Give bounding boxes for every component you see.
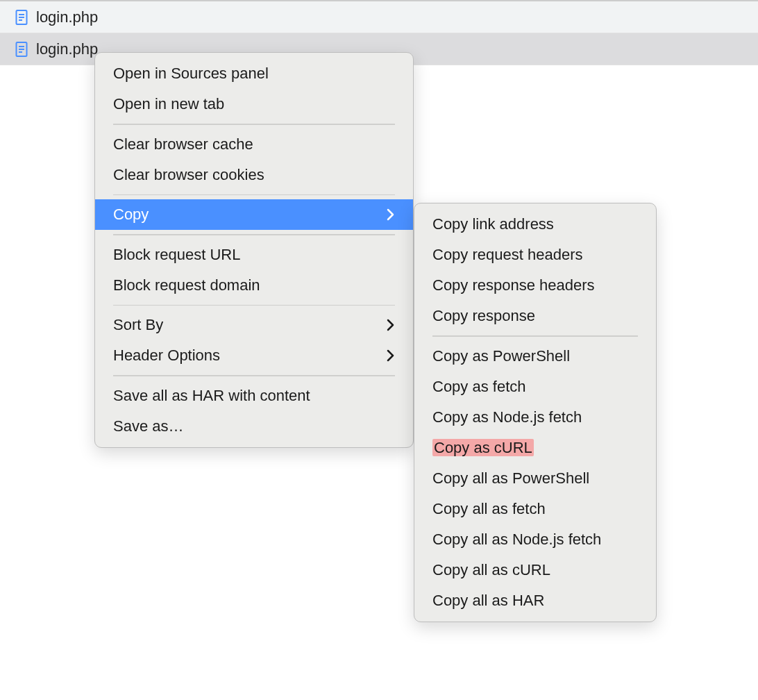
submenu-item-copy-request-headers[interactable]: Copy request headers [414, 240, 656, 270]
menu-separator [113, 124, 395, 125]
submenu-item-copy-as-fetch[interactable]: Copy as fetch [414, 372, 656, 402]
network-request-filename: login.php [36, 8, 98, 26]
menu-item-label: Copy all as PowerShell [432, 469, 589, 488]
menu-item-label: Clear browser cookies [113, 166, 264, 184]
menu-item-label: Copy [113, 206, 149, 224]
menu-item-label: Save all as HAR with content [113, 387, 310, 405]
menu-item-label: Copy as Node.js fetch [432, 408, 582, 426]
menu-item-label: Clear browser cache [113, 135, 253, 153]
menu-item-label: Save as… [113, 417, 184, 435]
menu-separator [113, 305, 395, 306]
chevron-right-icon [387, 319, 395, 331]
menu-item-label: Copy request headers [432, 246, 582, 264]
menu-item-open-sources[interactable]: Open in Sources panel [95, 58, 413, 89]
document-icon [15, 10, 28, 25]
menu-item-open-new-tab[interactable]: Open in new tab [95, 89, 413, 119]
submenu-item-copy-all-as-powershell[interactable]: Copy all as PowerShell [414, 463, 656, 494]
menu-separator [113, 375, 395, 376]
network-request-row[interactable]: login.php [0, 1, 758, 33]
submenu-item-copy-all-as-har[interactable]: Copy all as HAR [414, 585, 656, 616]
document-icon [15, 42, 28, 57]
menu-item-label: Copy all as HAR [432, 592, 544, 610]
menu-item-label: Copy as PowerShell [432, 347, 570, 365]
submenu-item-copy-response-headers[interactable]: Copy response headers [414, 270, 656, 301]
menu-item-label: Block request URL [113, 246, 240, 264]
menu-item-label: Copy response [432, 307, 535, 325]
menu-item-label: Open in Sources panel [113, 65, 269, 83]
menu-item-label: Copy all as Node.js fetch [432, 531, 601, 549]
menu-separator [432, 335, 638, 337]
menu-item-header-options[interactable]: Header Options [95, 340, 413, 371]
menu-item-label: Copy link address [432, 215, 554, 233]
menu-separator [113, 194, 395, 196]
menu-item-sort-by[interactable]: Sort By [95, 310, 413, 340]
menu-item-label: Copy response headers [432, 276, 595, 294]
submenu-item-copy-as-powershell[interactable]: Copy as PowerShell [414, 341, 656, 372]
menu-item-clear-cookies[interactable]: Clear browser cookies [95, 160, 413, 190]
menu-item-copy[interactable]: Copy [95, 199, 413, 230]
menu-item-clear-cache[interactable]: Clear browser cache [95, 129, 413, 160]
menu-item-label: Block request domain [113, 276, 260, 294]
menu-item-label: Copy as fetch [432, 378, 526, 396]
menu-item-block-domain[interactable]: Block request domain [95, 270, 413, 301]
menu-item-label: Header Options [113, 347, 220, 365]
menu-item-save-as[interactable]: Save as… [95, 411, 413, 442]
context-menu: Open in Sources panel Open in new tab Cl… [94, 52, 414, 448]
menu-item-label: Copy all as fetch [432, 500, 546, 518]
copy-submenu: Copy link address Copy request headers C… [414, 203, 657, 622]
menu-separator [113, 234, 395, 235]
menu-item-label: Sort By [113, 316, 163, 334]
submenu-item-copy-as-nodejs-fetch[interactable]: Copy as Node.js fetch [414, 402, 656, 433]
menu-item-label: Copy as cURL [432, 439, 534, 457]
menu-item-block-url[interactable]: Block request URL [95, 240, 413, 270]
submenu-item-copy-all-as-fetch[interactable]: Copy all as fetch [414, 494, 656, 524]
chevron-right-icon [387, 208, 395, 221]
chevron-right-icon [387, 349, 395, 362]
submenu-item-copy-all-as-nodejs-fetch[interactable]: Copy all as Node.js fetch [414, 524, 656, 555]
menu-item-label: Copy all as cURL [432, 561, 550, 579]
submenu-item-copy-response[interactable]: Copy response [414, 301, 656, 331]
menu-item-save-har[interactable]: Save all as HAR with content [95, 381, 413, 411]
submenu-item-copy-all-as-curl[interactable]: Copy all as cURL [414, 555, 656, 585]
submenu-item-copy-link-address[interactable]: Copy link address [414, 209, 656, 240]
network-request-filename: login.php [36, 40, 98, 58]
menu-item-label: Open in new tab [113, 95, 224, 113]
submenu-item-copy-as-curl[interactable]: Copy as cURL [414, 433, 656, 463]
